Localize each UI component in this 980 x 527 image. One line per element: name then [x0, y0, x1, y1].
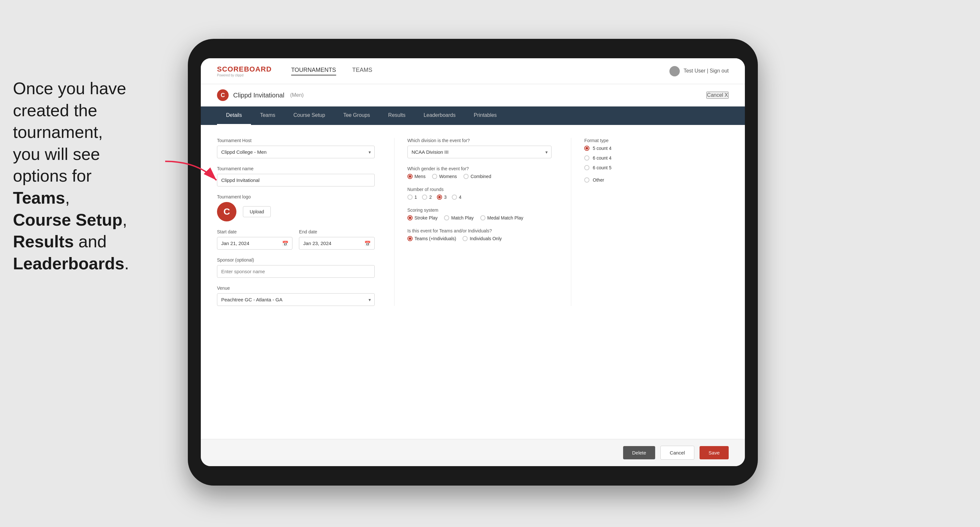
end-date-group: End date 📅: [299, 229, 374, 249]
gender-mens[interactable]: Mens: [407, 174, 426, 179]
individuals-label: Individuals Only: [469, 236, 502, 241]
tournament-name-input[interactable]: [217, 174, 375, 186]
tab-teams[interactable]: Teams: [251, 106, 284, 125]
tournament-host-group: Tournament Host Clippd College - Men: [217, 138, 375, 158]
sponsor-group: Sponsor (optional): [217, 257, 375, 278]
instructional-text: Once you havecreated thetournament,you w…: [0, 65, 175, 287]
sponsor-input[interactable]: [217, 265, 375, 278]
teams-group: Is this event for Teams and/or Individua…: [407, 228, 552, 241]
format-label: Format type: [584, 138, 729, 143]
nav-teams[interactable]: TEAMS: [352, 67, 372, 75]
format-6count5-radio[interactable]: [584, 165, 589, 170]
format-6count5[interactable]: 6 count 5: [584, 165, 729, 170]
tournament-host-select[interactable]: Clippd College - Men: [217, 146, 375, 158]
save-button[interactable]: Save: [700, 446, 729, 459]
scoring-stroke-radio[interactable]: [407, 215, 413, 221]
form-column-3: Format type 5 count 4 6 count 4: [571, 138, 729, 306]
scoring-stroke[interactable]: Stroke Play: [407, 215, 438, 221]
scoring-match-label: Match Play: [451, 215, 474, 221]
tab-printables[interactable]: Printables: [465, 106, 506, 125]
format-5count4-radio[interactable]: [584, 146, 589, 151]
form-column-1: Tournament Host Clippd College - Men Tou…: [217, 138, 375, 306]
end-date-icon: 📅: [364, 240, 371, 246]
bold-course-setup: Course Setup: [13, 210, 123, 229]
cancel-form-button[interactable]: Cancel: [660, 446, 694, 460]
format-6count4[interactable]: 6 count 4: [584, 156, 729, 160]
teams-plus-individuals[interactable]: Teams (+Individuals): [407, 236, 456, 241]
start-date-wrapper: 📅: [217, 237, 293, 249]
rounds-3[interactable]: 3: [437, 195, 447, 200]
rounds-radio-group: 1 2 3: [407, 195, 552, 200]
tab-course-setup[interactable]: Course Setup: [284, 106, 334, 125]
format-other-radio[interactable]: [584, 178, 589, 183]
upload-button[interactable]: Upload: [243, 206, 271, 217]
tab-results[interactable]: Results: [379, 106, 415, 125]
gender-womens[interactable]: Womens: [432, 174, 457, 179]
format-6count4-radio[interactable]: [584, 156, 589, 160]
logo-upload-area: C Upload: [217, 202, 375, 221]
rounds-1-radio[interactable]: [407, 195, 413, 200]
tournament-type: (Men): [290, 92, 304, 98]
venue-select-wrapper: Peachtree GC - Atlanta - GA: [217, 293, 375, 306]
format-5count4[interactable]: 5 count 4: [584, 146, 729, 151]
comma1: ,: [65, 188, 70, 207]
tab-leaderboards[interactable]: Leaderboards: [415, 106, 465, 125]
end-date-wrapper: 📅: [299, 237, 374, 249]
venue-label: Venue: [217, 286, 375, 291]
rounds-2-radio[interactable]: [422, 195, 427, 200]
scoring-stroke-label: Stroke Play: [415, 215, 438, 221]
rounds-3-radio[interactable]: [437, 195, 442, 200]
teams-plus-label: Teams (+Individuals): [415, 236, 456, 241]
tab-details[interactable]: Details: [217, 106, 251, 125]
venue-group: Venue Peachtree GC - Atlanta - GA: [217, 286, 375, 306]
logo-subtitle: Powered by clippd: [217, 73, 272, 77]
rounds-4-radio[interactable]: [452, 195, 457, 200]
gender-womens-radio[interactable]: [432, 174, 437, 179]
gender-combined[interactable]: Combined: [463, 174, 491, 179]
tab-tee-groups[interactable]: Tee Groups: [334, 106, 379, 125]
scoring-medal-match[interactable]: Medal Match Play: [480, 215, 523, 221]
format-other[interactable]: Other: [584, 178, 604, 183]
start-date-icon: 📅: [282, 240, 288, 246]
format-5count4-label: 5 count 4: [593, 146, 611, 151]
tablet-screen: SCOREBOARD Powered by clippd TOURNAMENTS…: [201, 58, 745, 466]
venue-select[interactable]: Peachtree GC - Atlanta - GA: [217, 293, 375, 306]
user-sign-out[interactable]: Test User | Sign out: [684, 68, 729, 73]
tablet-frame: SCOREBOARD Powered by clippd TOURNAMENTS…: [188, 39, 758, 486]
gender-combined-label: Combined: [471, 174, 491, 179]
bold-leaderboards: Leaderboards: [13, 254, 124, 273]
individuals-radio[interactable]: [463, 236, 468, 241]
gender-mens-radio[interactable]: [407, 174, 413, 179]
rounds-4[interactable]: 4: [452, 195, 461, 200]
period: .: [124, 254, 129, 273]
nav-tournaments[interactable]: TOURNAMENTS: [291, 67, 336, 75]
main-content: Tournament Host Clippd College - Men Tou…: [201, 125, 745, 439]
user-area: Test User | Sign out: [670, 66, 729, 76]
start-date-group: Start date 📅: [217, 229, 293, 249]
scoring-match[interactable]: Match Play: [444, 215, 474, 221]
rounds-2[interactable]: 2: [422, 195, 432, 200]
tournament-title-area: C Clippd Invitational (Men): [217, 89, 304, 101]
arrow-graphic: [159, 159, 236, 191]
rounds-1[interactable]: 1: [407, 195, 417, 200]
delete-button[interactable]: Delete: [623, 446, 655, 459]
scoring-match-radio[interactable]: [444, 215, 449, 221]
individuals-only[interactable]: Individuals Only: [463, 236, 502, 241]
gender-group: Which gender is the event for? Mens Wome…: [407, 166, 552, 179]
logo-area: SCOREBOARD Powered by clippd: [217, 65, 272, 77]
rounds-1-label: 1: [415, 195, 417, 200]
user-avatar: [670, 66, 680, 76]
nav-links: TOURNAMENTS TEAMS: [291, 67, 372, 75]
page-background: Once you havecreated thetournament,you w…: [0, 0, 980, 527]
start-date-input[interactable]: [217, 237, 293, 249]
scoring-medal-radio[interactable]: [480, 215, 485, 221]
teams-plus-radio[interactable]: [407, 236, 413, 241]
gender-label: Which gender is the event for?: [407, 166, 552, 171]
date-row: Start date 📅 End date 📅: [217, 229, 375, 249]
and-text: and: [74, 232, 107, 251]
division-select[interactable]: NCAA Division III: [407, 146, 552, 158]
cancel-button[interactable]: Cancel X: [706, 92, 729, 99]
gender-combined-radio[interactable]: [463, 174, 469, 179]
format-6count5-label: 6 count 5: [593, 165, 611, 170]
end-date-input[interactable]: [299, 237, 374, 249]
